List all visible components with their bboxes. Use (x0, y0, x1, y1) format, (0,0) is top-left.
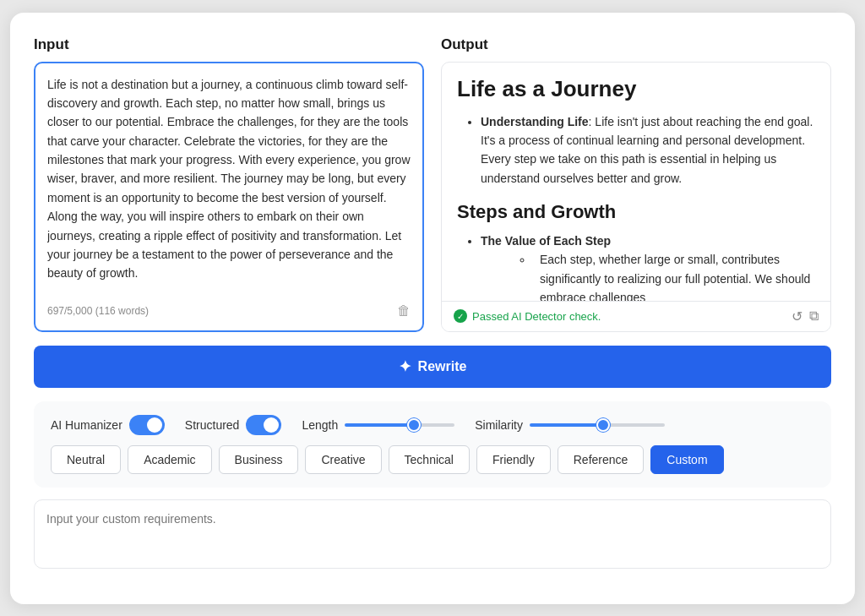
app-container: Input Life is not a destination but a jo… (10, 13, 855, 604)
mode-btn-business[interactable]: Business (219, 445, 299, 474)
section1-bullet-label: Understanding Life (481, 115, 589, 128)
humanizer-slider (129, 415, 165, 435)
top-panels: Input Life is not a destination but a jo… (34, 36, 831, 332)
mode-btn-academic[interactable]: Academic (128, 445, 211, 474)
output-section2-sub: Each step, whether large or small, contr… (481, 250, 815, 300)
copy-icon[interactable]: ⧉ (809, 308, 819, 324)
humanizer-label: AI Humanizer (51, 418, 122, 432)
output-footer: ✓ Passed AI Detector check. ↺ ⧉ (442, 301, 830, 331)
similarity-label: Similarity (475, 418, 523, 432)
output-title2: Steps and Growth (457, 201, 815, 223)
output-area: Life as a Journey Understanding Life: Li… (441, 62, 831, 332)
mode-btn-neutral[interactable]: Neutral (51, 445, 121, 474)
input-footer: 697/5,000 (116 words) 🗑 (47, 303, 411, 319)
passed-text: Passed AI Detector check. (472, 310, 601, 323)
structured-slider (246, 415, 281, 435)
output-title1: Life as a Journey (457, 76, 815, 102)
controls-panel: AI Humanizer Structured Length (34, 401, 831, 488)
output-section: Output Life as a Journey Understanding L… (441, 36, 831, 332)
passed-check: ✓ Passed AI Detector check. (454, 309, 601, 323)
mode-btn-custom[interactable]: Custom (650, 445, 723, 474)
rewrite-icon: ✦ (399, 357, 411, 376)
output-section2-bullets: The Value of Each Step Each step, whethe… (457, 232, 815, 300)
input-area: Life is not a destination but a journey,… (34, 62, 424, 332)
length-slider[interactable] (345, 423, 454, 427)
mode-btn-reference[interactable]: Reference (558, 445, 645, 474)
mode-btn-creative[interactable]: Creative (305, 445, 381, 474)
structured-toggle[interactable] (246, 415, 281, 435)
rewrite-label: Rewrite (418, 359, 467, 374)
structured-label: Structured (185, 418, 240, 432)
structured-control: Structured (185, 415, 282, 435)
custom-requirements-area (34, 499, 831, 569)
output-actions: ↺ ⧉ (792, 308, 819, 324)
similarity-control: Similarity (475, 418, 665, 432)
controls-row: AI Humanizer Structured Length (51, 415, 814, 435)
custom-requirements-input[interactable] (46, 512, 819, 553)
mode-buttons: Neutral Academic Business Creative Techn… (51, 445, 814, 474)
refresh-icon[interactable]: ↺ (792, 308, 802, 324)
mode-btn-friendly[interactable]: Friendly (476, 445, 551, 474)
humanizer-control: AI Humanizer (51, 415, 165, 435)
output-label: Output (441, 36, 831, 53)
length-label: Length (302, 418, 338, 432)
output-sub-bullet: Each step, whether large or small, contr… (533, 250, 815, 300)
mode-btn-technical[interactable]: Technical (389, 445, 470, 474)
output-section1-bullet: Understanding Life: Life isn't just abou… (481, 112, 815, 188)
similarity-slider[interactable] (530, 423, 665, 427)
check-circle-icon: ✓ (454, 309, 467, 323)
humanizer-toggle[interactable] (129, 415, 165, 435)
output-section2-bullet: The Value of Each Step Each step, whethe… (481, 232, 815, 300)
input-section: Input Life is not a destination but a jo… (34, 36, 424, 332)
input-textarea[interactable]: Life is not a destination but a journey,… (47, 75, 411, 297)
word-count: 697/5,000 (116 words) (47, 305, 149, 317)
output-content: Life as a Journey Understanding Life: Li… (442, 63, 830, 301)
length-control: Length (302, 418, 454, 432)
input-label: Input (34, 36, 424, 53)
output-section1-bullets: Understanding Life: Life isn't just abou… (457, 112, 815, 188)
section2-bullet-label: The Value of Each Step (481, 234, 611, 248)
rewrite-button[interactable]: ✦ Rewrite (34, 346, 831, 388)
trash-icon[interactable]: 🗑 (397, 303, 411, 319)
